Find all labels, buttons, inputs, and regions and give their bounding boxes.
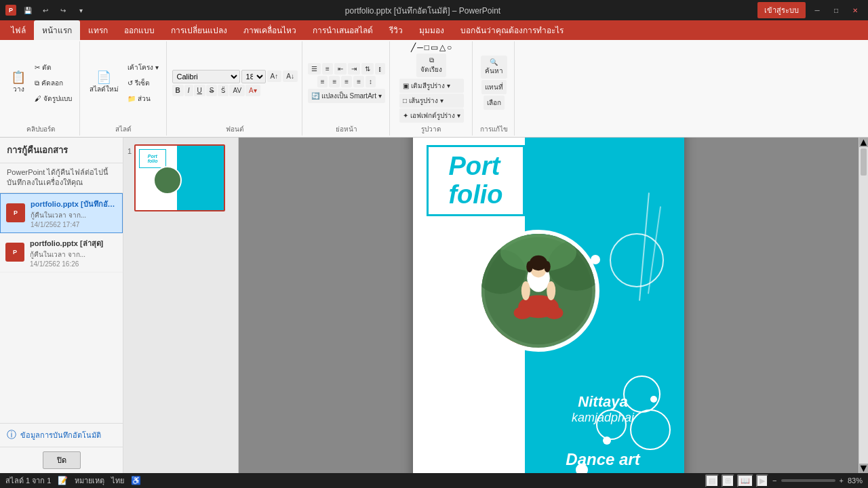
redo-button[interactable]: ↪ — [56, 3, 71, 18]
recent-file-2[interactable]: P portfolio.pptx [ล่าสุด] กู้คืนในเวลา จ… — [0, 233, 123, 272]
tab-slideshow[interactable]: การนำเสนอสไลด์ — [304, 20, 381, 40]
paste-icon: 📋 — [11, 71, 26, 83]
strikethrough-button[interactable]: S — [206, 85, 218, 96]
tab-animations[interactable]: ภาพเคลื่อนไหว — [235, 20, 304, 40]
copy-button[interactable]: ⧉ คัดลอก — [31, 76, 75, 90]
slide-canvas[interactable]: Port folio — [413, 138, 684, 473]
tab-file[interactable]: ไฟล์ — [3, 20, 34, 40]
signin-button[interactable]: เข้าสู่ระบบ — [757, 2, 806, 18]
reading-view-button[interactable]: 📖 — [737, 474, 753, 487]
shape-fill-button[interactable]: ▣ เติมสีรูปร่าง ▾ — [399, 79, 464, 93]
bold-button[interactable]: B — [172, 85, 184, 96]
new-slide-button[interactable]: 📄 สไลด์ใหม่ — [85, 68, 123, 97]
thumb-dance-text: Dance art — [139, 202, 156, 206]
minimize-button[interactable]: ─ — [810, 3, 825, 18]
autosave-link-text: ข้อมูลการบันทึกอัตโนมัติ — [20, 429, 101, 441]
underline-button[interactable]: U — [194, 85, 205, 96]
select-button[interactable]: เลือก — [484, 96, 505, 110]
convert-smartart-button[interactable]: 🔄 แปลงเป็น SmartArt ▾ — [308, 89, 385, 103]
decrease-indent-button[interactable]: ⇤ — [334, 63, 347, 75]
shape-btn[interactable]: ○ — [447, 43, 452, 52]
shape-btn[interactable]: △ — [439, 43, 446, 52]
tab-design[interactable]: ออกแบบ — [116, 20, 163, 40]
zoom-out-icon[interactable]: − — [772, 476, 776, 485]
tab-view[interactable]: มุมมอง — [411, 20, 452, 40]
customize-button[interactable]: ▾ — [73, 3, 88, 18]
deco-dot-3 — [603, 436, 611, 445]
reset-button[interactable]: ↺ รีเซ็ต — [124, 76, 162, 90]
layout-button[interactable]: เค้าโครง ▾ — [124, 60, 162, 75]
shape-btn[interactable]: ╱ — [411, 43, 416, 52]
italic-button[interactable]: I — [184, 85, 193, 96]
shape-btn[interactable]: □ — [425, 43, 429, 52]
char-spacing-button[interactable]: AV — [229, 85, 245, 96]
text-convert-buttons: 🔄 แปลงเป็น SmartArt ▾ — [308, 89, 385, 103]
shape-effect-button[interactable]: ✦ เอฟเฟกต์รูปร่าง ▾ — [399, 108, 464, 123]
text-direction-button[interactable]: ⇅ — [361, 63, 374, 75]
tab-home[interactable]: หน้าแรก — [34, 20, 80, 40]
clipboard-group: 📋 วาง ✂ ตัด ⧉ คัดลอก 🖌 จัดรูปแบบ คลิปบอร… — [3, 41, 80, 136]
tab-transitions[interactable]: การเปลี่ยนแปลง — [163, 20, 235, 40]
file-icon-1: P — [6, 203, 25, 222]
slide-thumbnail-1[interactable]: Portfolio Nittayakamjadphai Dance art — [134, 144, 225, 211]
arrange-label: จัดเรียง — [420, 64, 442, 75]
shadow-button[interactable]: S̈ — [218, 85, 229, 96]
slideshow-view-button[interactable]: ▶ — [756, 474, 768, 487]
scroll-down-button[interactable]: ▼ — [859, 464, 868, 473]
increase-font-button[interactable]: A↑ — [267, 70, 282, 82]
svg-point-9 — [545, 306, 563, 319]
find-button[interactable]: 🔍 ค้นหา — [481, 56, 507, 79]
numbered-list-button[interactable]: ≡ — [322, 63, 333, 75]
recovery-description: PowerPoint ได้กู้คืนไฟล์ต่อไปนี้บันทึกลง… — [0, 163, 123, 193]
normal-view-button[interactable]: ▤ — [705, 474, 719, 487]
clipboard-group-label: คลิปบอร์ด — [26, 124, 56, 134]
recent-file-1[interactable]: P portfolio.pptx [บันทึกอัตโนมัติ] กู้คื… — [0, 193, 123, 233]
justify-button[interactable]: ≡ — [353, 76, 364, 87]
tab-help[interactable]: บอกฉันว่าคุณต้องการทำอะไร — [452, 20, 572, 40]
scroll-up-button[interactable]: ▲ — [859, 138, 868, 147]
align-center-button[interactable]: ≡ — [329, 76, 340, 87]
scroll-thumb[interactable] — [861, 148, 867, 176]
accessibility-icon[interactable]: ♿ — [131, 476, 141, 485]
format-painter-button[interactable]: 🖌 จัดรูปแบบ — [31, 92, 75, 106]
thumb-photo-circle — [153, 166, 182, 195]
thumb-portfolio-box: Portfolio — [139, 149, 166, 168]
save-button[interactable]: 💾 — [20, 3, 35, 18]
paste-button[interactable]: 📋 วาง — [7, 68, 30, 97]
maximize-button[interactable]: □ — [829, 3, 844, 18]
font-color-button[interactable]: A▾ — [245, 85, 260, 96]
cut-button[interactable]: ✂ ตัด — [31, 60, 75, 75]
shape-btn[interactable]: ▭ — [431, 43, 438, 52]
zoom-slider[interactable] — [781, 479, 835, 482]
quick-access-toolbar: 💾 ↩ ↪ ▾ — [20, 3, 88, 18]
thumb-right-area — [177, 146, 224, 210]
close-panel-button[interactable]: ปิด — [43, 451, 81, 469]
title-bar: P 💾 ↩ ↪ ▾ portfolio.pptx [บันทึกอัตโนมัต… — [0, 0, 868, 20]
line-spacing-button[interactable]: ↕ — [366, 76, 376, 87]
autosave-info-link[interactable]: ⓘ ข้อมูลการบันทึกอัตโนมัติ — [0, 423, 123, 447]
undo-button[interactable]: ↩ — [38, 3, 53, 18]
columns-button[interactable]: ⫿ — [375, 63, 385, 75]
increase-indent-button[interactable]: ⇥ — [348, 63, 360, 75]
bullet-list-button[interactable]: ☰ — [308, 63, 321, 75]
notes-icon[interactable]: 📝 — [58, 476, 68, 485]
arrange-button[interactable]: ⧉ จัดเรียง — [416, 54, 446, 77]
replace-button[interactable]: แทนที่ — [481, 80, 507, 94]
font-size-select[interactable]: 18 — [241, 70, 266, 83]
align-left-button[interactable]: ≡ — [317, 76, 328, 87]
tab-review[interactable]: รีวิว — [381, 20, 411, 40]
slide-thumbnails-panel: 1 Portfolio Nittayakamjadphai Dance art — [123, 138, 239, 473]
close-button[interactable]: ✕ — [848, 3, 863, 18]
slide-sorter-button[interactable]: ⊞ — [722, 474, 734, 487]
zoom-in-icon[interactable]: + — [840, 476, 844, 485]
align-right-button[interactable]: ≡ — [341, 76, 352, 87]
shape-btn[interactable]: ─ — [417, 43, 423, 52]
decrease-font-button[interactable]: A↓ — [283, 70, 298, 82]
tab-insert[interactable]: แทรก — [80, 20, 116, 40]
right-scrollbar[interactable]: ▲ ▼ — [859, 138, 868, 473]
font-name-select[interactable]: Calibri — [172, 70, 240, 83]
section-button[interactable]: 📁 ส่วน — [124, 92, 162, 106]
paragraph-group-content: ☰ ≡ ⇤ ⇥ ⇅ ⫿ ≡ ≡ ≡ ≡ ↕ 🔄 แปลงเป็น SmartAr… — [308, 43, 385, 123]
shape-outline-button[interactable]: □ เส้นรูปร่าง ▾ — [399, 94, 464, 108]
clipboard-group-content: 📋 วาง ✂ ตัด ⧉ คัดลอก 🖌 จัดรูปแบบ — [7, 43, 75, 123]
